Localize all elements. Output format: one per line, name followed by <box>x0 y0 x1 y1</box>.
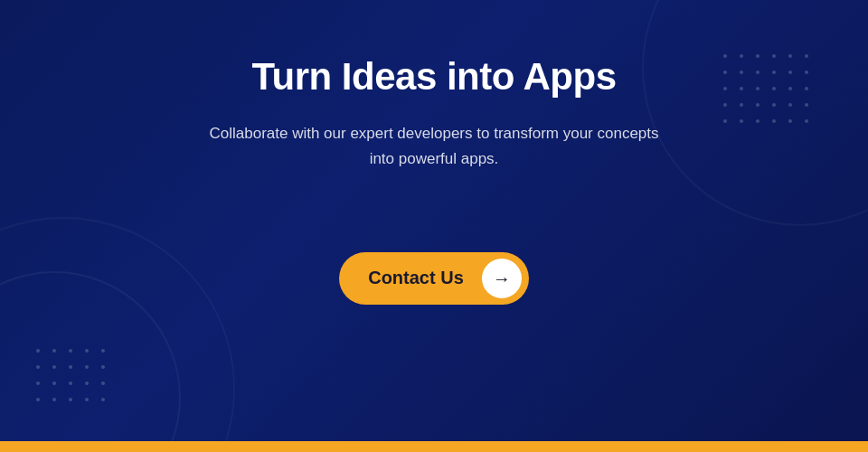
hero-content: Turn Ideas into Apps Collaborate with ou… <box>0 0 868 305</box>
arrow-icon: → <box>493 269 511 287</box>
contact-button-label: Contact Us <box>368 268 482 288</box>
page-wrapper: Turn Ideas into Apps Collaborate with ou… <box>0 0 868 452</box>
hero-subtitle: Collaborate with our expert developers t… <box>199 121 669 170</box>
dots-bottom-left <box>36 349 110 407</box>
cta-section: Contact Us → <box>339 252 529 305</box>
arrow-circle: → <box>482 259 522 298</box>
contact-us-button[interactable]: Contact Us → <box>339 252 529 305</box>
hero-title: Turn Ideas into Apps <box>251 54 616 99</box>
bottom-gold-bar <box>0 441 868 452</box>
